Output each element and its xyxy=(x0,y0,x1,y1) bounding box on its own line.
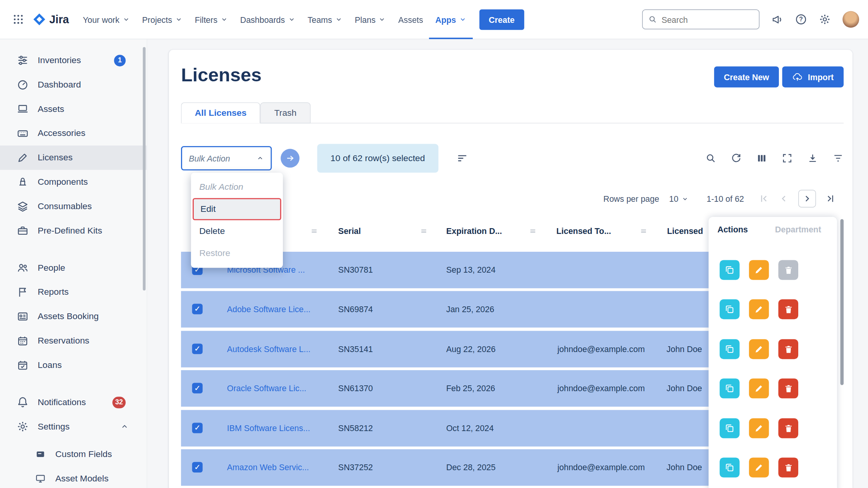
delete-row-button[interactable] xyxy=(778,260,798,280)
nav-item-dashboards[interactable]: Dashboards xyxy=(234,0,301,39)
menu-item-edit[interactable]: Edit xyxy=(193,198,281,220)
chevron-down-icon xyxy=(378,15,386,23)
column-header-expiration[interactable]: Expiration D... xyxy=(446,218,502,243)
next-page-button[interactable] xyxy=(798,190,816,208)
license-name-link[interactable]: Oracle Software Lic... xyxy=(227,370,307,407)
download-icon[interactable] xyxy=(807,153,818,164)
sidebar-item-inventories[interactable]: Inventories1 xyxy=(0,48,147,72)
sidebar-item-notifications[interactable]: Notifications32 xyxy=(0,390,147,414)
column-header-licensed-name[interactable]: Licensed xyxy=(667,218,703,243)
edit-row-button[interactable] xyxy=(749,378,769,398)
settings-gear-icon[interactable] xyxy=(819,13,831,25)
search-input[interactable] xyxy=(661,15,744,24)
duplicate-button[interactable] xyxy=(720,418,739,438)
menu-item-delete[interactable]: Delete xyxy=(191,220,283,242)
column-drag-handle[interactable] xyxy=(639,227,648,235)
filter-icon[interactable] xyxy=(833,153,844,164)
sidebar-scrollbar[interactable] xyxy=(143,47,146,290)
chevron-down-icon xyxy=(335,15,343,23)
apply-bulk-action-button[interactable] xyxy=(281,149,300,168)
sidebar-item-assets[interactable]: Assets xyxy=(0,97,147,121)
license-name-link[interactable]: IBM Software Licens... xyxy=(227,410,310,447)
row-checkbox[interactable]: ✓ xyxy=(192,344,203,354)
license-name-link[interactable]: Autodesk Software L... xyxy=(227,331,311,367)
columns-icon[interactable] xyxy=(756,153,767,164)
sidebar-item-dashboard[interactable]: Dashboard xyxy=(0,72,147,97)
sidebar-item-components[interactable]: Components xyxy=(0,170,147,194)
delete-row-button[interactable] xyxy=(778,339,798,359)
refresh-icon[interactable] xyxy=(731,153,742,164)
nav-item-teams[interactable]: Teams xyxy=(301,0,349,39)
sidebar-item-reservations[interactable]: Reservations xyxy=(0,329,147,353)
calendar-check-icon xyxy=(17,359,29,371)
delete-row-button[interactable] xyxy=(778,378,798,398)
license-pen-icon xyxy=(17,151,29,163)
nav-item-filters[interactable]: Filters xyxy=(189,0,234,39)
table-search-icon[interactable] xyxy=(705,153,716,164)
column-drag-handle[interactable] xyxy=(310,227,318,235)
duplicate-button[interactable] xyxy=(720,260,739,280)
delete-row-button[interactable] xyxy=(778,457,798,477)
previous-page-button[interactable] xyxy=(778,193,790,204)
duplicate-button[interactable] xyxy=(720,378,739,398)
column-header-serial[interactable]: Serial xyxy=(338,218,361,243)
last-page-button[interactable] xyxy=(825,193,836,204)
sidebar-item-reports[interactable]: Reports xyxy=(0,280,147,304)
sidebar-item-pre-defined-kits[interactable]: Pre-Defined Kits xyxy=(0,218,147,243)
sidebar-item-asset-models[interactable]: Asset Models xyxy=(0,466,147,488)
fullscreen-icon[interactable] xyxy=(782,153,793,164)
edit-row-button[interactable] xyxy=(749,299,769,319)
row-checkbox[interactable]: ✓ xyxy=(192,462,203,473)
sidebar-item-assets-booking[interactable]: Assets Booking xyxy=(0,304,147,329)
nav-item-apps[interactable]: Apps xyxy=(429,0,473,39)
duplicate-button[interactable] xyxy=(720,457,739,477)
duplicate-button[interactable] xyxy=(720,339,739,359)
license-name-link[interactable]: Adobe Software Lice... xyxy=(227,291,311,327)
global-search[interactable] xyxy=(642,9,760,29)
row-checkbox[interactable]: ✓ xyxy=(192,423,203,433)
table-scrollbar[interactable] xyxy=(840,219,844,385)
jira-logo-icon xyxy=(32,12,46,26)
sidebar-item-loans[interactable]: Loans xyxy=(0,353,147,377)
tab-all-licenses[interactable]: All Licenses xyxy=(181,102,260,123)
bulk-action-select[interactable]: Bulk Action xyxy=(181,146,272,170)
expiration-cell: Jan 25, 2026 xyxy=(446,291,494,327)
nav-item-plans[interactable]: Plans xyxy=(349,0,392,39)
help-icon[interactable] xyxy=(795,13,807,25)
column-drag-handle[interactable] xyxy=(420,227,428,235)
licensed-to-cell: johndoe@example.com xyxy=(558,449,645,486)
app-switcher-icon[interactable] xyxy=(9,10,28,29)
tab-trash[interactable]: Trash xyxy=(260,102,310,123)
delete-row-button[interactable] xyxy=(778,299,798,319)
create-button[interactable]: Create xyxy=(479,9,524,30)
row-checkbox[interactable]: ✓ xyxy=(192,383,203,393)
nav-item-projects[interactable]: Projects xyxy=(136,0,189,39)
create-new-button[interactable]: Create New xyxy=(714,66,779,87)
column-drag-handle[interactable] xyxy=(529,227,537,235)
sidebar-item-people[interactable]: People xyxy=(0,256,147,280)
edit-row-button[interactable] xyxy=(749,260,769,280)
jira-logo[interactable]: Jira xyxy=(32,12,69,26)
sort-icon[interactable] xyxy=(456,152,468,164)
sidebar-item-settings[interactable]: Settings xyxy=(0,414,147,439)
sidebar-item-licenses[interactable]: Licenses xyxy=(0,146,147,170)
sidebar-item-custom-fields[interactable]: Custom Fields xyxy=(0,442,147,466)
nav-item-assets[interactable]: Assets xyxy=(392,0,429,39)
delete-row-button[interactable] xyxy=(778,418,798,438)
jira-logo-text: Jira xyxy=(49,13,69,26)
edit-row-button[interactable] xyxy=(749,339,769,359)
sidebar-item-consumables[interactable]: Consumables xyxy=(0,194,147,218)
rows-per-page-select[interactable]: 10 xyxy=(669,194,689,203)
user-avatar[interactable] xyxy=(842,11,859,28)
row-checkbox[interactable]: ✓ xyxy=(192,304,203,314)
edit-row-button[interactable] xyxy=(749,418,769,438)
license-name-link[interactable]: Amazon Web Servic... xyxy=(227,449,309,486)
nav-item-your-work[interactable]: Your work xyxy=(77,0,136,39)
column-header-licensed-to[interactable]: Licensed To... xyxy=(556,218,611,243)
sidebar-item-accessories[interactable]: Accessories xyxy=(0,121,147,146)
import-button[interactable]: Import xyxy=(782,66,844,87)
edit-row-button[interactable] xyxy=(749,457,769,477)
announcements-icon[interactable] xyxy=(771,13,783,25)
duplicate-button[interactable] xyxy=(720,299,739,319)
first-page-button[interactable] xyxy=(758,193,770,204)
